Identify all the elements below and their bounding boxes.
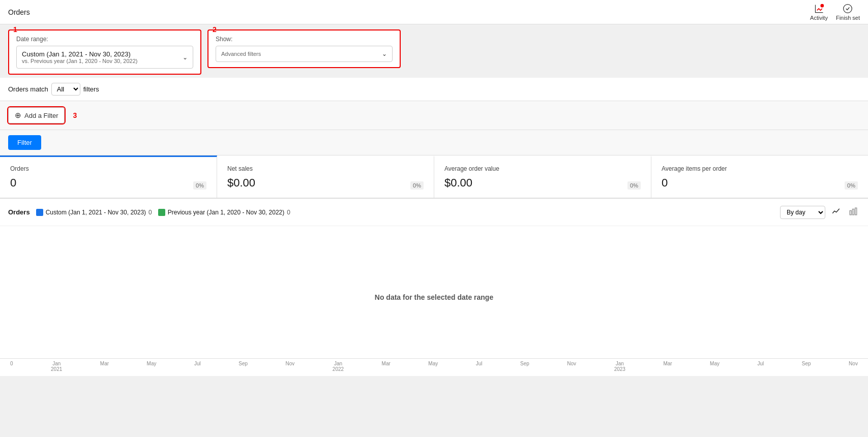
show-select[interactable]: Advanced filters ⌄ (216, 46, 393, 62)
svg-point-1 (844, 4, 852, 13)
filter-section: 1 Date range: Custom (Jan 1, 2021 - Nov … (0, 24, 868, 78)
x-axis-item-0: 0 (10, 361, 13, 372)
chart-title: Orders (8, 208, 30, 216)
legend-color-1 (158, 209, 165, 216)
date-range-select-text: Custom (Jan 1, 2021 - Nov 30, 2023) vs. … (22, 50, 137, 64)
top-bar: Orders Activity Finish set (0, 0, 868, 24)
add-filter-section: ⊕ Add a Filter 3 (0, 101, 868, 130)
orders-match-suffix: filters (83, 85, 99, 93)
orders-match-prefix: Orders match (8, 85, 48, 93)
x-axis-item-13: Jan2023 (614, 361, 625, 372)
svg-point-0 (820, 4, 824, 7)
metric-avg-items-value: 0 (662, 176, 668, 190)
metric-avg-order: Average order value $0.00 0% (434, 155, 651, 198)
svg-rect-4 (855, 208, 857, 215)
x-axis-item-18: Nov (849, 361, 858, 372)
legend-item-1: Previous year (Jan 1, 2020 - Nov 30, 202… (158, 209, 290, 216)
add-filter-label: Add a Filter (24, 112, 58, 119)
legend-label-0: Custom (Jan 1, 2021 - Nov 30, 2023) (46, 209, 146, 216)
chart-section: Orders Custom (Jan 1, 2021 - Nov 30, 202… (0, 199, 868, 376)
chart-header: Orders Custom (Jan 1, 2021 - Nov 30, 202… (0, 199, 868, 226)
metric-net-sales: Net sales $0.00 0% (217, 155, 434, 198)
metric-avg-order-value: $0.00 (444, 176, 472, 190)
metric-net-sales-value: $0.00 (227, 176, 255, 190)
show-value: Advanced filters (221, 51, 261, 57)
x-axis-item-11: Sep (520, 361, 529, 372)
x-axis-item-17: Sep (802, 361, 811, 372)
legend-label-1: Previous year (Jan 1, 2020 - Nov 30, 202… (168, 209, 284, 216)
date-range-value: Custom (Jan 1, 2021 - Nov 30, 2023) (22, 50, 137, 58)
metric-avg-items: Average items per order 0 0% (651, 155, 868, 198)
plus-circle-icon: ⊕ (15, 111, 21, 120)
bar-chart-button[interactable] (847, 205, 860, 220)
date-range-chevron-icon: ⌄ (183, 54, 188, 61)
metric-avg-items-pct: 0% (845, 181, 858, 190)
date-range-wrapper: 1 Date range: Custom (Jan 1, 2021 - Nov … (8, 29, 201, 75)
metric-orders-value: 0 (10, 176, 16, 190)
x-axis-item-16: Jul (758, 361, 764, 372)
metric-orders-row: 0 0% (10, 176, 206, 190)
date-range-select[interactable]: Custom (Jan 1, 2021 - Nov 30, 2023) vs. … (16, 46, 193, 69)
filter-apply-button[interactable]: Filter (8, 135, 41, 150)
metric-avg-order-title: Average order value (444, 165, 641, 172)
filter-apply-section: Filter (0, 130, 868, 155)
show-wrapper: 2 Show: Advanced filters ⌄ (207, 29, 401, 68)
svg-rect-3 (853, 209, 854, 215)
bar-chart-icon (849, 207, 858, 216)
metric-avg-items-row: 0 0% (662, 176, 858, 190)
date-range-box: Date range: Custom (Jan 1, 2021 - Nov 30… (8, 29, 201, 75)
x-axis-item-7: Jan2022 (333, 361, 344, 372)
activity-icon (814, 4, 824, 14)
metric-avg-items-title: Average items per order (662, 165, 858, 172)
activity-button[interactable]: Activity (810, 4, 828, 21)
chart-header-right: By day By week By month (780, 205, 860, 220)
annotation-3: 3 (73, 111, 77, 119)
top-bar-actions: Activity Finish set (810, 4, 860, 21)
add-filter-button[interactable]: ⊕ Add a Filter (8, 107, 65, 123)
annotation-2: 2 (213, 25, 217, 34)
x-axis-item-12: Nov (567, 361, 576, 372)
chart-header-left: Orders Custom (Jan 1, 2021 - Nov 30, 202… (8, 208, 290, 216)
line-chart-icon (831, 207, 841, 216)
metric-orders-pct: 0% (193, 181, 206, 190)
metrics-section: Orders 0 0% Net sales $0.00 0% Average o… (0, 155, 868, 199)
x-axis-item-5: Sep (238, 361, 248, 372)
metric-avg-order-row: $0.00 0% (444, 176, 641, 190)
date-range-label: Date range: (16, 36, 193, 43)
x-axis-item-9: May (428, 361, 438, 372)
legend-item-0: Custom (Jan 1, 2021 - Nov 30, 2023) 0 (36, 209, 152, 216)
x-axis-item-4: Jul (194, 361, 201, 372)
page-title: Orders (8, 8, 30, 16)
legend-color-0 (36, 209, 43, 216)
x-axis: 0 Jan2021 Mar May Jul Sep Nov Jan2022 Ma… (0, 358, 868, 376)
metric-avg-order-pct: 0% (627, 181, 641, 190)
metric-net-sales-title: Net sales (227, 165, 424, 172)
x-axis-item-6: Nov (286, 361, 295, 372)
by-day-select[interactable]: By day By week By month (780, 206, 825, 219)
x-axis-item-1: Jan2021 (51, 361, 62, 372)
metric-net-sales-pct: 0% (410, 181, 424, 190)
legend-val-1: 0 (287, 209, 290, 216)
finish-set-icon (843, 4, 853, 14)
x-axis-item-2: Mar (100, 361, 109, 372)
x-axis-item-3: May (147, 361, 157, 372)
x-axis-item-8: Mar (382, 361, 391, 372)
x-axis-item-14: Mar (663, 361, 672, 372)
metric-net-sales-row: $0.00 0% (227, 176, 424, 190)
x-axis-item-10: Jul (476, 361, 483, 372)
show-label: Show: (216, 36, 393, 43)
metric-orders-title: Orders (10, 165, 206, 172)
svg-rect-2 (850, 211, 851, 215)
metric-orders: Orders 0 0% (0, 155, 217, 198)
show-chevron-icon: ⌄ (382, 50, 387, 57)
show-box: Show: Advanced filters ⌄ (207, 29, 401, 68)
annotation-1: 1 (13, 25, 17, 34)
filter-boxes-wrapper: 1 Date range: Custom (Jan 1, 2021 - Nov … (8, 29, 860, 75)
show-select-text: Advanced filters (221, 51, 261, 57)
chart-area: No data for the selected date range (0, 226, 868, 358)
finish-set-button[interactable]: Finish set (836, 4, 860, 21)
legend-val-0: 0 (148, 209, 152, 216)
match-select[interactable]: All Any (51, 83, 80, 96)
line-chart-button[interactable] (829, 205, 843, 220)
date-range-sub: vs. Previous year (Jan 1, 2020 - Nov 30,… (22, 58, 137, 64)
